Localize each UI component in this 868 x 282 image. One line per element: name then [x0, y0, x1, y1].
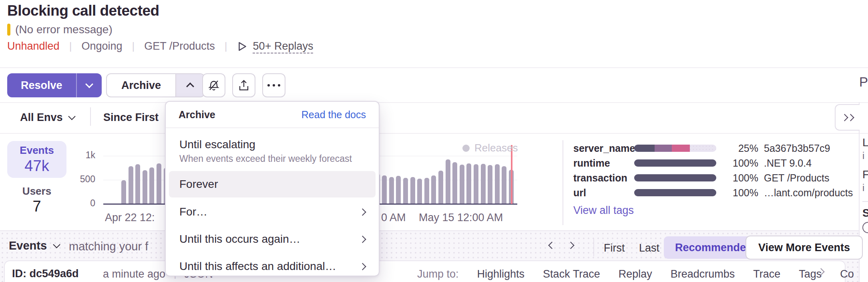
- event-bar: [410, 177, 415, 204]
- replays-link[interactable]: 50+ Replays: [253, 40, 313, 52]
- menu-item-for[interactable]: For…: [169, 199, 376, 225]
- sidebar-text-fragment: F: [862, 168, 868, 181]
- event-bar: [431, 175, 436, 204]
- chevron-up-icon: [186, 83, 194, 91]
- x-axis-tick: Apr 22 12:: [105, 212, 155, 224]
- tag-row[interactable]: url 100% …lant.com/products: [573, 187, 853, 198]
- error-message: (No error message): [15, 23, 113, 36]
- event-bar: [481, 164, 486, 204]
- tag-bar-segment: [634, 174, 716, 181]
- releases-legend[interactable]: Releases: [462, 142, 518, 154]
- menu-item-until-escalating[interactable]: Until escalating When events exceed thei…: [169, 133, 376, 169]
- mute-button[interactable]: [202, 73, 225, 97]
- view-more-events-button[interactable]: View More Events: [745, 236, 863, 260]
- pager-divider: [593, 239, 594, 256]
- event-bar: [488, 165, 492, 204]
- jump-to-breadcrumbs[interactable]: Breadcrumbs: [671, 268, 735, 280]
- last-event-button[interactable]: Last: [639, 242, 659, 254]
- tag-row[interactable]: server_name 25% 5a367b3b57c9: [573, 143, 853, 154]
- tag-distribution-bar: [634, 174, 716, 181]
- users-label[interactable]: Users: [7, 185, 66, 197]
- view-all-tags-link[interactable]: View all tags: [573, 204, 634, 217]
- jump-to-tags[interactable]: Tags: [799, 268, 822, 280]
- sidebar-text-fragment: i: [862, 151, 864, 161]
- sidebar-section-divider: [862, 201, 868, 202]
- issue-detail-page: Blocking call detected (No error message…: [0, 0, 868, 282]
- archive-button[interactable]: Archive: [106, 73, 205, 97]
- upload-icon: [237, 79, 250, 92]
- chevron-right-icon: [359, 208, 366, 216]
- environment-filter[interactable]: All Envs: [20, 111, 74, 124]
- event-bar: [502, 166, 506, 204]
- tag-bar-segment: [634, 145, 655, 152]
- x-axis-tick: May 15 12:00 AM: [419, 212, 503, 224]
- transaction-label: GET /Products: [144, 40, 215, 52]
- menu-item-forever[interactable]: Forever: [169, 171, 376, 197]
- bell-slash-icon: [207, 79, 220, 92]
- header-divider: [0, 67, 868, 68]
- events-label: Events: [20, 144, 54, 157]
- filter-divider: [90, 107, 91, 126]
- events-section-title[interactable]: Events: [9, 239, 59, 252]
- archive-menu-header: Archive Read the docs: [166, 102, 379, 128]
- toolbar-divider: [0, 102, 868, 103]
- archive-dropdown-button[interactable]: [175, 74, 204, 97]
- tags-panel-divider: [563, 140, 563, 225]
- next-event-button[interactable]: [567, 242, 574, 249]
- read-the-docs-link[interactable]: Read the docs: [301, 109, 366, 121]
- event-bar: [396, 176, 401, 204]
- event-bar: [417, 179, 422, 204]
- first-event-button[interactable]: First: [604, 242, 625, 254]
- jump-to-trace[interactable]: Trace: [753, 268, 780, 280]
- toolbar-right-text-fragment: P: [859, 75, 868, 90]
- tag-row[interactable]: runtime 100% .NET 9.0.4: [573, 157, 853, 169]
- tag-distribution-bar: [634, 189, 716, 196]
- event-bar: [157, 163, 161, 204]
- event-bar: [474, 164, 478, 204]
- previous-event-button[interactable]: [548, 242, 555, 249]
- sidebar-text-fragment: S: [862, 207, 868, 220]
- error-subtitle-row: (No error message): [7, 23, 113, 36]
- jump-to-context[interactable]: Co: [840, 268, 854, 280]
- event-bar: [424, 178, 429, 204]
- jump-to-nav: Jump to: Highlights Stack Trace Replay B…: [417, 268, 854, 280]
- replay-play-icon: [237, 41, 247, 52]
- event-bar: [129, 166, 133, 204]
- event-bar: [135, 164, 140, 204]
- status-badge: Ongoing: [81, 40, 122, 52]
- event-timestamp: a minute ago: [103, 268, 165, 280]
- chevron-right-icon: [359, 263, 366, 270]
- chevron-right-icon: [359, 236, 366, 243]
- jump-to-stack-trace[interactable]: Stack Trace: [543, 268, 600, 280]
- event-bar: [121, 180, 126, 204]
- event-id[interactable]: ID: dc549a6d: [12, 268, 79, 280]
- share-button[interactable]: [232, 73, 255, 97]
- event-bar: [149, 167, 154, 204]
- menu-item-until-affects-additional[interactable]: Until this affects an additional…: [169, 254, 376, 279]
- sidebar-collapse-button[interactable]: [835, 104, 860, 131]
- unhandled-badge: Unhandled: [7, 40, 60, 52]
- sidebar-text-fragment: i: [862, 183, 864, 193]
- tag-bar-segment: [634, 189, 716, 196]
- chevron-down-icon: [53, 241, 60, 248]
- menu-item-until-occurs-again[interactable]: Until this occurs again…: [169, 226, 376, 252]
- sidebar-text-fragment: L: [862, 136, 868, 149]
- resolve-button[interactable]: Resolve: [7, 73, 102, 97]
- jump-to-replay[interactable]: Replay: [619, 268, 652, 280]
- page-title: Blocking call detected: [7, 2, 159, 19]
- event-bar: [452, 162, 457, 204]
- tags-panel: server_name 25% 5a367b3b57c9 runtime 100…: [573, 143, 853, 198]
- x-axis-tick: 0 AM: [381, 212, 406, 224]
- date-range-filter[interactable]: Since First: [103, 111, 159, 124]
- more-actions-button[interactable]: [262, 73, 285, 97]
- events-count-tab[interactable]: Events 47k: [7, 141, 66, 178]
- jump-to-highlights[interactable]: Highlights: [477, 268, 525, 280]
- event-bar: [382, 175, 387, 204]
- ellipsis-icon: [267, 84, 280, 87]
- resolve-dropdown-button[interactable]: [77, 73, 102, 97]
- users-count: 7: [7, 198, 66, 215]
- tag-row[interactable]: transaction 100% GET /Products: [573, 172, 853, 183]
- events-count: 47k: [24, 157, 49, 175]
- level-indicator-bar: [7, 24, 10, 36]
- y-axis-tick: 1k: [67, 150, 95, 161]
